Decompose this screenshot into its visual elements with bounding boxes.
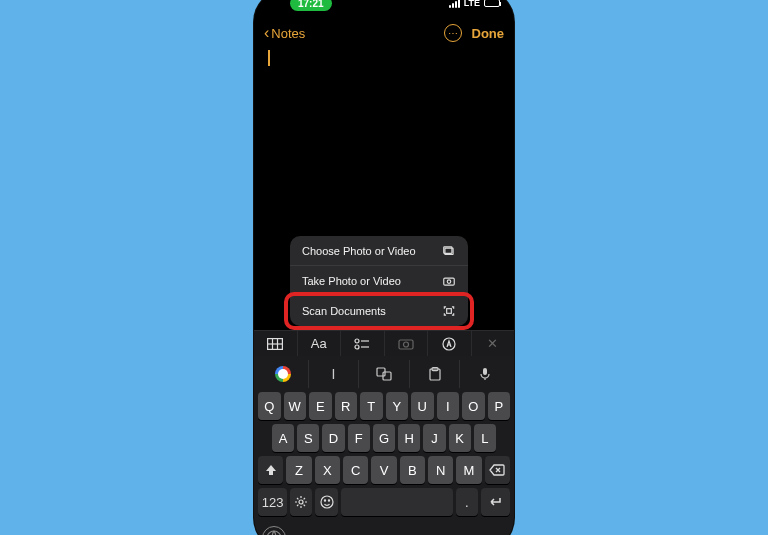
suggestion-1[interactable]: I [309, 360, 360, 388]
menu-scan-documents[interactable]: Scan Documents [290, 296, 468, 326]
notes-toolbar: Aa ✕ [254, 330, 514, 356]
period-key[interactable]: . [456, 488, 478, 516]
key-n[interactable]: N [428, 456, 453, 484]
menu-take-label: Take Photo or Video [302, 275, 401, 287]
key-j[interactable]: J [423, 424, 445, 452]
chevron-left-icon: ‹ [264, 25, 269, 41]
key-b[interactable]: B [400, 456, 425, 484]
key-y[interactable]: Y [386, 392, 409, 420]
translate-icon [376, 367, 392, 381]
scan-icon [442, 304, 456, 318]
carrier-label: LTE [464, 0, 480, 8]
menu-choose-photo[interactable]: Choose Photo or Video [290, 236, 468, 266]
clipboard-icon [429, 367, 441, 381]
key-u[interactable]: U [411, 392, 434, 420]
menu-choose-label: Choose Photo or Video [302, 245, 416, 257]
keyboard: I QWERTYUIOP ASDFGHJKL ZXCVBNM 123 [254, 356, 514, 535]
key-q[interactable]: Q [258, 392, 281, 420]
menu-take-photo[interactable]: Take Photo or Video [290, 266, 468, 296]
key-k[interactable]: K [449, 424, 471, 452]
key-w[interactable]: W [284, 392, 307, 420]
svg-point-21 [299, 500, 303, 504]
back-button[interactable]: ‹ Notes [264, 25, 305, 41]
key-row-3: ZXCVBNM [258, 456, 510, 484]
google-search-button[interactable] [258, 360, 309, 388]
return-key[interactable] [481, 488, 510, 516]
menu-scan-label: Scan Documents [302, 305, 386, 317]
numbers-key[interactable]: 123 [258, 488, 287, 516]
svg-rect-2 [444, 278, 455, 285]
key-v[interactable]: V [371, 456, 396, 484]
mic-icon [480, 367, 490, 381]
done-button[interactable]: Done [472, 26, 505, 41]
note-editor[interactable] [254, 46, 514, 214]
return-icon [487, 496, 503, 508]
status-bar: 17:21 LTE [254, 0, 514, 20]
format-label: Aa [311, 336, 327, 351]
key-x[interactable]: X [315, 456, 340, 484]
key-p[interactable]: P [488, 392, 511, 420]
nav-bar: ‹ Notes ⋯ Done [254, 20, 514, 46]
svg-rect-13 [399, 340, 413, 349]
key-row-2: ASDFGHJKL [258, 424, 510, 452]
more-button[interactable]: ⋯ [444, 24, 462, 42]
iphone-frame: 17:21 LTE ‹ Notes ⋯ Done Choose Photo or… [254, 0, 514, 535]
key-row-1: QWERTYUIOP [258, 392, 510, 420]
back-label: Notes [271, 26, 305, 41]
svg-point-22 [321, 496, 333, 508]
globe-key[interactable] [262, 526, 286, 535]
mic-button[interactable] [460, 360, 510, 388]
space-key[interactable] [341, 488, 453, 516]
backspace-icon [489, 464, 505, 476]
google-icon [275, 366, 291, 382]
emoji-icon [320, 495, 334, 509]
close-toolbar-button[interactable]: ✕ [472, 331, 515, 356]
settings-key[interactable] [290, 488, 312, 516]
key-h[interactable]: H [398, 424, 420, 452]
status-right: LTE [449, 0, 500, 8]
key-d[interactable]: D [322, 424, 344, 452]
key-f[interactable]: F [348, 424, 370, 452]
status-time-pill[interactable]: 17:21 [290, 0, 332, 11]
svg-point-24 [328, 500, 329, 501]
camera-menu: Choose Photo or Video Take Photo or Vide… [290, 236, 468, 326]
ellipsis-icon: ⋯ [448, 28, 457, 39]
key-o[interactable]: O [462, 392, 485, 420]
shift-icon [265, 464, 277, 476]
key-r[interactable]: R [335, 392, 358, 420]
table-button[interactable] [254, 331, 298, 356]
key-z[interactable]: Z [286, 456, 311, 484]
format-button[interactable]: Aa [298, 331, 342, 356]
checklist-icon [354, 338, 370, 350]
key-m[interactable]: M [456, 456, 481, 484]
camera-small-icon [398, 338, 414, 350]
checklist-button[interactable] [341, 331, 385, 356]
markup-button[interactable] [428, 331, 472, 356]
key-row-bottom: 123 . [258, 488, 510, 516]
key-e[interactable]: E [309, 392, 332, 420]
clipboard-button[interactable] [410, 360, 461, 388]
keyboard-footer [258, 520, 510, 535]
key-i[interactable]: I [437, 392, 460, 420]
camera-toolbar-button[interactable] [385, 331, 429, 356]
photo-library-icon [442, 244, 456, 258]
svg-point-11 [355, 345, 359, 349]
backspace-key[interactable] [485, 456, 510, 484]
markup-icon [442, 337, 456, 351]
svg-rect-4 [447, 309, 452, 314]
battery-icon [484, 0, 500, 7]
key-t[interactable]: T [360, 392, 383, 420]
shift-key[interactable] [258, 456, 283, 484]
key-c[interactable]: C [343, 456, 368, 484]
table-icon [267, 338, 283, 350]
emoji-key[interactable] [315, 488, 337, 516]
key-s[interactable]: S [297, 424, 319, 452]
key-a[interactable]: A [272, 424, 294, 452]
svg-point-23 [324, 500, 325, 501]
translate-button[interactable] [359, 360, 410, 388]
close-icon: ✕ [487, 336, 498, 351]
camera-icon [442, 274, 456, 288]
suggestion-bar: I [258, 360, 510, 388]
key-g[interactable]: G [373, 424, 395, 452]
key-l[interactable]: L [474, 424, 496, 452]
